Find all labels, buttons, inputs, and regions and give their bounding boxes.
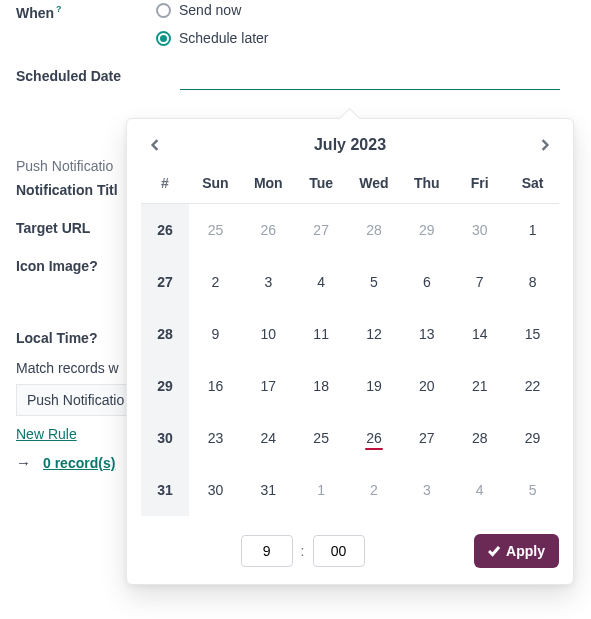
calendar-weekday-header: Tue: [295, 165, 348, 204]
calendar-day[interactable]: 13: [400, 308, 453, 360]
calendar-day[interactable]: 14: [453, 308, 506, 360]
arrow-right-icon: →: [16, 454, 31, 471]
calendar-popover: July 2023 #SunMonTueWedThuFriSat26252627…: [126, 118, 574, 585]
calendar-day[interactable]: 1: [295, 464, 348, 516]
calendar-day[interactable]: 23: [189, 412, 242, 464]
calendar-day[interactable]: 10: [242, 308, 295, 360]
calendar-weekno-header: #: [141, 165, 189, 204]
calendar-day[interactable]: 29: [400, 204, 453, 256]
radio-checked-icon: [156, 31, 171, 46]
calendar-day[interactable]: 8: [506, 256, 559, 308]
match-records-select[interactable]: Push Notificatio: [16, 384, 136, 416]
apply-label: Apply: [506, 543, 545, 559]
calendar-day[interactable]: 15: [506, 308, 559, 360]
calendar-day[interactable]: 12: [348, 308, 401, 360]
calendar-day[interactable]: 28: [348, 204, 401, 256]
calendar-grid: #SunMonTueWedThuFriSat262526272829301272…: [141, 165, 559, 516]
calendar-day[interactable]: 30: [189, 464, 242, 516]
calendar-weekday-header: Mon: [242, 165, 295, 204]
calendar-week-number: 28: [141, 308, 189, 360]
local-time-help-icon[interactable]: ?: [89, 330, 98, 346]
calendar-week-number: 31: [141, 464, 189, 516]
chevron-right-icon: [539, 139, 551, 151]
calendar-day[interactable]: 17: [242, 360, 295, 412]
calendar-day[interactable]: 2: [189, 256, 242, 308]
calendar-weekday-header: Thu: [400, 165, 453, 204]
calendar-prev-button[interactable]: [145, 135, 165, 155]
radio-unchecked-icon: [156, 3, 171, 18]
calendar-weekday-header: Wed: [348, 165, 401, 204]
calendar-title: July 2023: [314, 136, 386, 154]
calendar-day[interactable]: 27: [295, 204, 348, 256]
calendar-day[interactable]: 29: [506, 412, 559, 464]
when-label: When?: [16, 0, 156, 21]
time-colon: :: [301, 543, 305, 559]
calendar-day[interactable]: 3: [400, 464, 453, 516]
calendar-day[interactable]: 25: [189, 204, 242, 256]
calendar-day[interactable]: 5: [506, 464, 559, 516]
calendar-day[interactable]: 28: [453, 412, 506, 464]
new-rule-link[interactable]: New Rule: [16, 426, 77, 442]
calendar-day[interactable]: 6: [400, 256, 453, 308]
calendar-apply-button[interactable]: Apply: [474, 534, 559, 568]
calendar-day[interactable]: 22: [506, 360, 559, 412]
calendar-day[interactable]: 26: [348, 412, 401, 464]
calendar-day[interactable]: 19: [348, 360, 401, 412]
calendar-weekday-header: Sun: [189, 165, 242, 204]
calendar-hour-input[interactable]: [241, 535, 293, 567]
calendar-weekday-header: Sat: [506, 165, 559, 204]
scheduled-date-label: Scheduled Date: [16, 64, 156, 84]
chevron-left-icon: [149, 139, 161, 151]
calendar-day[interactable]: 18: [295, 360, 348, 412]
calendar-day[interactable]: 25: [295, 412, 348, 464]
calendar-day[interactable]: 7: [453, 256, 506, 308]
records-count-link[interactable]: 0 record(s): [43, 455, 115, 471]
calendar-day[interactable]: 1: [506, 204, 559, 256]
calendar-day[interactable]: 11: [295, 308, 348, 360]
calendar-day[interactable]: 30: [453, 204, 506, 256]
calendar-day[interactable]: 3: [242, 256, 295, 308]
send-now-radio[interactable]: Send now: [156, 0, 575, 28]
send-now-label: Send now: [179, 2, 241, 18]
calendar-day[interactable]: 9: [189, 308, 242, 360]
calendar-day[interactable]: 31: [242, 464, 295, 516]
when-help-icon[interactable]: ?: [56, 4, 62, 14]
calendar-week-number: 26: [141, 204, 189, 256]
check-icon: [488, 545, 500, 557]
calendar-day[interactable]: 27: [400, 412, 453, 464]
calendar-week-number: 27: [141, 256, 189, 308]
calendar-day[interactable]: 4: [295, 256, 348, 308]
icon-image-help-icon[interactable]: ?: [89, 258, 98, 274]
calendar-next-button[interactable]: [535, 135, 555, 155]
calendar-minute-input[interactable]: [313, 535, 365, 567]
schedule-later-radio[interactable]: Schedule later: [156, 28, 575, 56]
scheduled-date-input[interactable]: [180, 64, 560, 90]
calendar-week-number: 30: [141, 412, 189, 464]
calendar-day[interactable]: 16: [189, 360, 242, 412]
calendar-time-group: :: [241, 535, 365, 567]
calendar-day[interactable]: 26: [242, 204, 295, 256]
schedule-later-label: Schedule later: [179, 30, 269, 46]
calendar-weekday-header: Fri: [453, 165, 506, 204]
calendar-day[interactable]: 21: [453, 360, 506, 412]
calendar-week-number: 29: [141, 360, 189, 412]
calendar-day[interactable]: 24: [242, 412, 295, 464]
calendar-day[interactable]: 20: [400, 360, 453, 412]
calendar-day[interactable]: 4: [453, 464, 506, 516]
calendar-day[interactable]: 2: [348, 464, 401, 516]
calendar-day[interactable]: 5: [348, 256, 401, 308]
